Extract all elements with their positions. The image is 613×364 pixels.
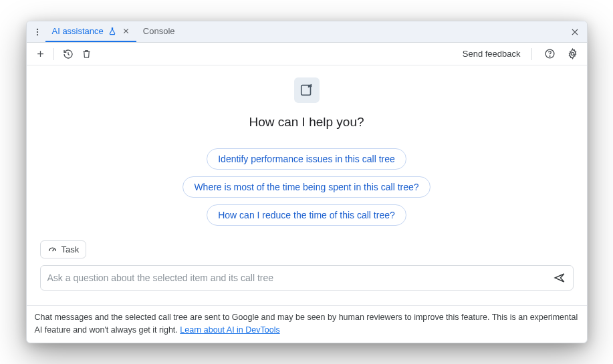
disclaimer: Chat messages and the selected call tree…: [27, 305, 587, 342]
suggestion-list: Identify performance issues in this call…: [182, 148, 430, 226]
context-label: Task: [62, 244, 80, 254]
context-badge[interactable]: Task: [40, 240, 87, 258]
tab-label: Console: [143, 26, 175, 36]
close-panel-button[interactable]: [566, 23, 584, 41]
gauge-icon: [47, 244, 57, 254]
ai-spark-icon: [294, 77, 320, 103]
svg-point-1: [36, 31, 37, 33]
hero-title: How can I help you?: [249, 115, 364, 130]
send-button[interactable]: [550, 268, 569, 287]
chat-input[interactable]: [47, 272, 550, 283]
toolbar: Send feedback: [27, 43, 587, 65]
suggestion-chip[interactable]: Identify performance issues in this call…: [207, 148, 406, 170]
divider: [53, 48, 54, 60]
svg-point-4: [549, 56, 550, 57]
tab-label: AI assistance: [52, 26, 104, 36]
main-content: How can I help you? Identify performance…: [27, 65, 587, 305]
close-tab-icon[interactable]: [122, 27, 130, 35]
svg-point-5: [571, 53, 574, 55]
settings-button[interactable]: [564, 45, 582, 63]
chat-input-row: [40, 265, 574, 291]
new-chat-button[interactable]: [32, 45, 49, 63]
more-tabs-button[interactable]: [29, 24, 45, 40]
tab-console[interactable]: Console: [136, 21, 182, 42]
disclaimer-text: Chat messages and the selected call tree…: [35, 313, 578, 334]
svg-point-0: [36, 29, 37, 30]
delete-button[interactable]: [78, 45, 96, 63]
help-button[interactable]: [541, 45, 559, 63]
ai-assistance-panel: AI assistance Console Send feedback: [26, 21, 588, 343]
svg-point-2: [36, 34, 37, 35]
tab-ai-assistance[interactable]: AI assistance: [45, 21, 136, 42]
suggestion-chip[interactable]: Where is most of the time being spent in…: [182, 176, 430, 198]
send-feedback-button[interactable]: Send feedback: [460, 46, 523, 61]
history-button[interactable]: [59, 45, 77, 63]
flask-icon: [108, 27, 117, 36]
learn-more-link[interactable]: Learn about AI in DevTools: [180, 325, 279, 335]
divider: [531, 48, 532, 60]
suggestion-chip[interactable]: How can I reduce the time of this call t…: [207, 204, 406, 226]
tab-strip: AI assistance Console: [27, 21, 587, 43]
